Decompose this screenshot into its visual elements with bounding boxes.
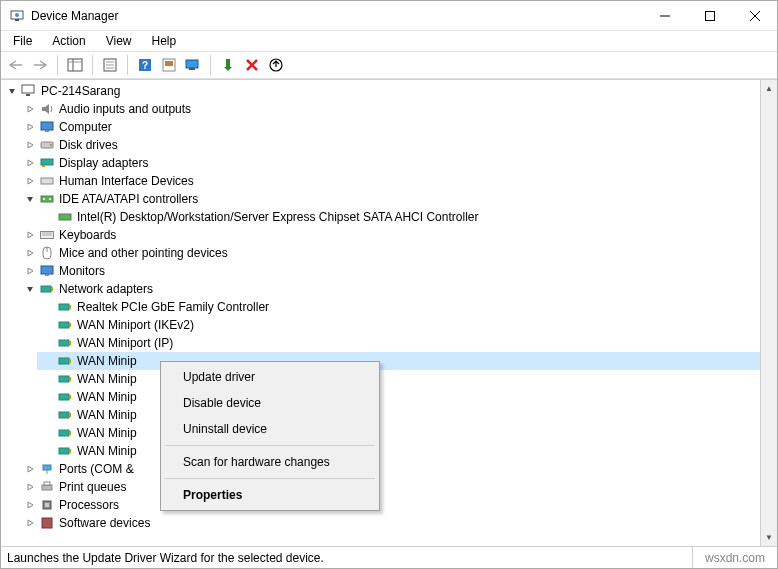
tree-device-wan[interactable]: WAN Minip bbox=[37, 442, 777, 460]
node-label: WAN Minip bbox=[77, 372, 137, 386]
tree-category-software[interactable]: Software devices bbox=[19, 514, 777, 532]
show-hide-tree-button[interactable] bbox=[64, 54, 86, 76]
toolbar: ? bbox=[1, 51, 777, 79]
device-tree[interactable]: PC-214Sarang Audio inputs and outputs Co… bbox=[1, 80, 777, 534]
tree-category-ports[interactable]: Ports (COM & bbox=[19, 460, 777, 478]
expand-icon[interactable] bbox=[23, 156, 37, 170]
tree-device-realtek[interactable]: Realtek PCIe GbE Family Controller bbox=[37, 298, 777, 316]
enable-device-button[interactable] bbox=[217, 54, 239, 76]
tree-category-network[interactable]: Network adapters bbox=[19, 280, 777, 298]
node-label: Human Interface Devices bbox=[59, 174, 194, 188]
vertical-scrollbar[interactable]: ▲ ▼ bbox=[760, 80, 777, 546]
svg-rect-63 bbox=[69, 449, 71, 453]
watermark: wsxdn.com bbox=[692, 547, 777, 568]
expand-icon[interactable] bbox=[23, 462, 37, 476]
cm-uninstall-device[interactable]: Uninstall device bbox=[163, 416, 377, 442]
node-label: Monitors bbox=[59, 264, 105, 278]
tree-device-wan-ip[interactable]: WAN Miniport (IP) bbox=[37, 334, 777, 352]
window-title: Device Manager bbox=[31, 9, 642, 23]
svg-rect-17 bbox=[165, 61, 173, 66]
menu-help[interactable]: Help bbox=[144, 32, 185, 50]
tree-device-wan[interactable]: WAN Minip bbox=[37, 370, 777, 388]
expand-icon[interactable] bbox=[23, 480, 37, 494]
svg-rect-1 bbox=[15, 19, 19, 21]
display-adapter-icon bbox=[39, 155, 55, 171]
menu-view[interactable]: View bbox=[98, 32, 140, 50]
expand-icon[interactable] bbox=[23, 102, 37, 116]
scan-hardware-button[interactable] bbox=[182, 54, 204, 76]
maximize-button[interactable] bbox=[687, 1, 732, 30]
update-driver-button[interactable] bbox=[265, 54, 287, 76]
cm-properties[interactable]: Properties bbox=[163, 482, 377, 508]
tree-category-disk[interactable]: Disk drives bbox=[19, 136, 777, 154]
disk-icon bbox=[39, 137, 55, 153]
speaker-icon bbox=[39, 101, 55, 117]
scroll-thumb[interactable] bbox=[761, 97, 777, 529]
collapse-icon[interactable] bbox=[5, 84, 19, 98]
svg-rect-36 bbox=[59, 214, 71, 220]
node-label: WAN Minip bbox=[77, 390, 137, 404]
expand-icon[interactable] bbox=[23, 516, 37, 530]
svg-rect-55 bbox=[69, 377, 71, 381]
tree-category-keyboards[interactable]: Keyboards bbox=[19, 226, 777, 244]
node-label: Software devices bbox=[59, 516, 150, 530]
cm-disable-device[interactable]: Disable device bbox=[163, 390, 377, 416]
help-button[interactable]: ? bbox=[134, 54, 156, 76]
tree-category-computer[interactable]: Computer bbox=[19, 118, 777, 136]
printer-icon bbox=[39, 479, 55, 495]
spacer bbox=[41, 210, 55, 224]
expand-icon[interactable] bbox=[23, 228, 37, 242]
svg-rect-64 bbox=[43, 465, 51, 470]
node-label: WAN Miniport (IKEv2) bbox=[77, 318, 194, 332]
node-label: Audio inputs and outputs bbox=[59, 102, 191, 116]
device-tree-container: PC-214Sarang Audio inputs and outputs Co… bbox=[1, 79, 777, 546]
tree-category-display[interactable]: Display adapters bbox=[19, 154, 777, 172]
expand-icon[interactable] bbox=[23, 174, 37, 188]
tree-device-wan[interactable]: WAN Minip bbox=[37, 424, 777, 442]
properties-button[interactable] bbox=[99, 54, 121, 76]
expand-icon[interactable] bbox=[23, 138, 37, 152]
action-button[interactable] bbox=[158, 54, 180, 76]
tree-device-wan[interactable]: WAN Minip bbox=[37, 388, 777, 406]
svg-point-35 bbox=[49, 198, 51, 200]
menu-file[interactable]: File bbox=[5, 32, 40, 50]
tree-category-ide[interactable]: IDE ATA/ATAPI controllers bbox=[19, 190, 777, 208]
expand-icon[interactable] bbox=[23, 246, 37, 260]
tree-device-ide-controller[interactable]: Intel(R) Desktop/Workstation/Server Expr… bbox=[37, 208, 777, 226]
tree-device-wan-selected[interactable]: WAN Minip bbox=[37, 352, 777, 370]
forward-button[interactable] bbox=[29, 54, 51, 76]
menu-action[interactable]: Action bbox=[44, 32, 93, 50]
cm-update-driver[interactable]: Update driver bbox=[163, 364, 377, 390]
expand-icon[interactable] bbox=[23, 120, 37, 134]
expand-icon[interactable] bbox=[23, 498, 37, 512]
collapse-icon[interactable] bbox=[23, 192, 37, 206]
collapse-icon[interactable] bbox=[23, 282, 37, 296]
tree-device-wan-ikev2[interactable]: WAN Miniport (IKEv2) bbox=[37, 316, 777, 334]
tree-category-mice[interactable]: Mice and other pointing devices bbox=[19, 244, 777, 262]
tree-device-wan[interactable]: WAN Minip bbox=[37, 406, 777, 424]
expand-icon[interactable] bbox=[23, 264, 37, 278]
minimize-button[interactable] bbox=[642, 1, 687, 30]
node-label: Processors bbox=[59, 498, 119, 512]
svg-rect-69 bbox=[45, 503, 49, 507]
tree-category-monitors[interactable]: Monitors bbox=[19, 262, 777, 280]
tree-category-hid[interactable]: Human Interface Devices bbox=[19, 172, 777, 190]
tree-category-audio[interactable]: Audio inputs and outputs bbox=[19, 100, 777, 118]
node-label: WAN Minip bbox=[77, 408, 137, 422]
svg-rect-26 bbox=[41, 122, 53, 130]
close-button[interactable] bbox=[732, 1, 777, 30]
cm-scan-hardware[interactable]: Scan for hardware changes bbox=[163, 449, 377, 475]
node-label: WAN Miniport (IP) bbox=[77, 336, 173, 350]
tree-category-processors[interactable]: Processors bbox=[19, 496, 777, 514]
tree-category-printq[interactable]: Print queues bbox=[19, 478, 777, 496]
svg-rect-42 bbox=[41, 266, 53, 274]
svg-rect-4 bbox=[705, 11, 714, 20]
scroll-up-button[interactable]: ▲ bbox=[761, 80, 777, 97]
scroll-down-button[interactable]: ▼ bbox=[761, 529, 777, 546]
svg-rect-44 bbox=[41, 286, 51, 292]
svg-rect-45 bbox=[51, 287, 53, 291]
back-button[interactable] bbox=[5, 54, 27, 76]
tree-root[interactable]: PC-214Sarang bbox=[1, 82, 777, 100]
network-adapter-icon bbox=[57, 317, 73, 333]
disable-device-button[interactable] bbox=[241, 54, 263, 76]
